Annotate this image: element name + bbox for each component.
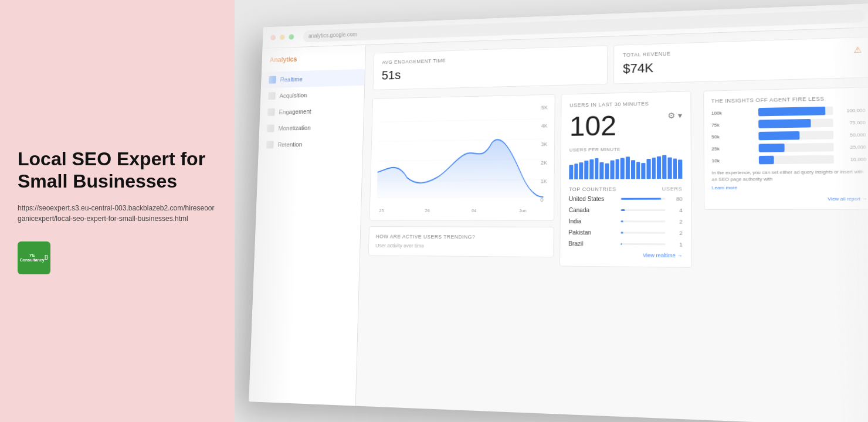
nav-icon-realtime — [269, 76, 276, 84]
mini-bar-item — [673, 159, 677, 179]
nav-monetization[interactable]: Monetization — [259, 118, 364, 137]
hbar-value: 10,000 — [834, 156, 867, 162]
mini-bar-item — [569, 165, 573, 179]
hbar-wrap — [758, 107, 833, 117]
mini-bar-item — [647, 159, 651, 179]
hbar-label: 100k — [711, 110, 755, 116]
analytics-bg: analytics.google.com Analytics Realtime … — [249, 4, 868, 422]
country-row: India2 — [569, 218, 683, 225]
hbar-fill — [758, 119, 811, 128]
right-analytics: THE INSIGHTS OFF AGENT FIRE LESS 100k100… — [697, 87, 868, 270]
mini-bar-item — [574, 164, 578, 179]
stat-card-engagement: Avg engagement time 51s — [373, 45, 608, 90]
country-row: Canada4 — [569, 207, 683, 213]
country-count: 2 — [670, 230, 683, 236]
view-realtime-link[interactable]: View realtime → — [568, 251, 683, 258]
mini-bar-item — [589, 159, 594, 179]
nav-icon-monetization — [267, 124, 274, 132]
country-count: 4 — [670, 207, 683, 213]
page-url: https://seoexpert.s3.eu-central-003.back… — [18, 203, 217, 224]
nav-acquisition[interactable]: Acquisition — [260, 86, 364, 104]
country-count: 1 — [670, 241, 683, 247]
hbars-container: 100k100,00075k75,00050k50,00025k25,00010… — [711, 106, 866, 165]
minimize-dot — [280, 34, 285, 39]
analytics-content: Analytics Realtime Acquisition Engagemen… — [249, 28, 868, 422]
hbar-row: 25k25,000 — [711, 142, 866, 153]
country-bar-wrap — [621, 243, 665, 246]
realtime-card: USERS IN LAST 30 MINUTES 102 ⚙ ▾ USERS P… — [560, 91, 692, 268]
mini-bar-item — [615, 159, 619, 179]
hbar-wrap — [759, 143, 834, 152]
page-title: Local SEO Expert for Small Businesses — [18, 148, 217, 193]
mini-bar-item — [636, 162, 640, 179]
center-content: 5K 4K 3K 2K 1K 0 — [368, 94, 555, 267]
stat-value-engagement: 51s — [381, 62, 598, 83]
hbar-row: 100k100,000 — [711, 106, 866, 117]
hbar-label: 25k — [711, 145, 755, 151]
country-row: United States80 — [569, 195, 683, 202]
country-name: Pakistan — [568, 229, 616, 236]
hbar-fill — [758, 131, 799, 140]
hbar-row: 10k10,000 — [711, 155, 866, 165]
country-row: Brazil1 — [568, 240, 682, 247]
stat-value-revenue: $74K — [623, 55, 862, 77]
y-axis-labels: 5K 4K 3K 2K 1K 0 — [540, 102, 548, 206]
mini-bar-item — [595, 158, 599, 179]
analytics-sidebar: Analytics Realtime Acquisition Engagemen… — [249, 45, 366, 406]
line-chart-svg — [377, 102, 548, 206]
right-description: In the experience, you can set either ad… — [711, 168, 866, 183]
hbar-row: 75k75,000 — [711, 118, 866, 129]
country-bar-fill — [621, 243, 622, 245]
mini-bar-item — [631, 161, 635, 179]
realtime-header: USERS IN LAST 30 MINUTES — [569, 100, 682, 108]
hbar-fill — [759, 144, 785, 152]
hbar-label: 50k — [711, 134, 755, 139]
country-bar-wrap — [621, 220, 665, 222]
nav-engagement[interactable]: Engagement — [260, 102, 364, 121]
country-name: United States — [569, 196, 616, 202]
realtime-count: 102 — [569, 112, 616, 141]
realtime-settings[interactable]: ⚙ ▾ — [667, 111, 682, 121]
chart-area: 5K 4K 3K 2K 1K 0 — [377, 102, 548, 206]
logo-badge: YE Consultancy B — [18, 241, 50, 274]
right-panel: analytics.google.com Analytics Realtime … — [235, 0, 868, 422]
hbar-wrap — [758, 118, 833, 128]
warning-icon: ⚠ — [853, 45, 862, 55]
nav-icon-engagement — [267, 108, 275, 116]
svg-line-1 — [378, 139, 544, 141]
hbar-value: 100,000 — [833, 107, 865, 113]
per-minute-label: USERS PER MINUTE — [569, 146, 683, 152]
hbar-wrap — [759, 155, 834, 165]
hbar-value: 75,000 — [833, 120, 866, 125]
analytics-main: Avg engagement time 51s Total revenue ⚠ … — [356, 28, 868, 422]
analytics-wrapper: analytics.google.com Analytics Realtime … — [249, 4, 868, 422]
hbar-fill — [758, 107, 826, 117]
right-card-insights: THE INSIGHTS OFF AGENT FIRE LESS 100k100… — [703, 87, 868, 210]
hbar-value: 25,000 — [833, 144, 866, 150]
close-dot — [270, 35, 276, 40]
line-chart-card: 5K 4K 3K 2K 1K 0 — [369, 94, 555, 221]
country-bar-fill — [621, 209, 625, 211]
user-activity-label: User activity over time — [375, 243, 546, 250]
hbar-value: 50,000 — [833, 132, 866, 138]
stats-row: Avg engagement time 51s Total revenue ⚠ … — [373, 36, 868, 90]
stat-card-revenue: Total revenue ⚠ $74K — [613, 36, 868, 84]
mini-bar-item — [621, 158, 625, 179]
country-name: India — [569, 218, 616, 224]
trending-label: HOW ARE ACTIVE USERS TRENDING? — [376, 234, 547, 240]
left-panel: Local SEO Expert for Small Businesses ht… — [0, 0, 235, 422]
mini-bar-item — [584, 161, 588, 179]
country-bar-wrap — [621, 198, 666, 200]
country-bar-fill — [621, 220, 623, 222]
mini-bar-item — [667, 158, 672, 179]
hbar-label: 75k — [711, 121, 755, 127]
view-report-link[interactable]: View all report → — [712, 196, 867, 202]
learn-more-link[interactable]: Learn more — [712, 185, 867, 191]
hbar-label: 10k — [711, 158, 755, 164]
country-row: Pakistan2 — [568, 229, 682, 236]
mini-bar-item — [657, 156, 661, 179]
main-content-row: 5K 4K 3K 2K 1K 0 — [368, 87, 868, 270]
nav-retention[interactable]: Retention — [259, 135, 363, 153]
mini-bar-item — [662, 155, 666, 179]
mini-bar-item — [642, 163, 646, 179]
